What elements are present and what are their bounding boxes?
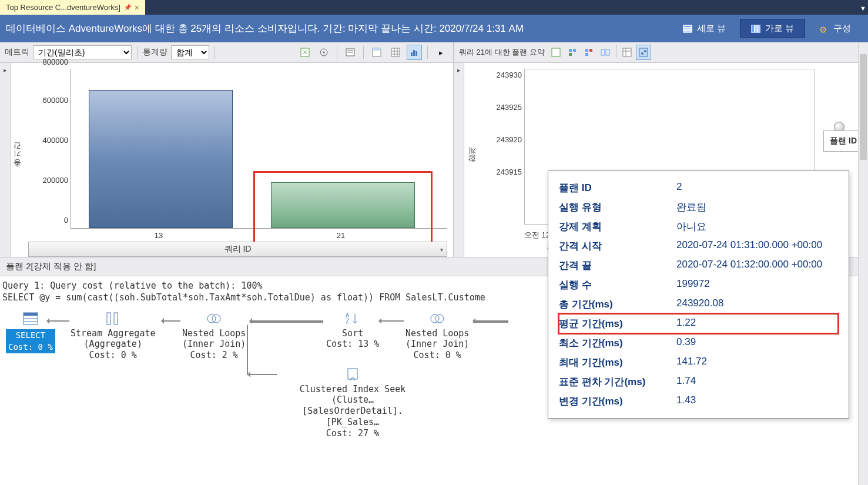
expand-icon[interactable]: ▸ — [433, 45, 448, 60]
svg-rect-40 — [24, 313, 38, 316]
tooltip-key: 최대 기간(ms) — [559, 356, 676, 369]
tooltip-row: 표준 편차 기간(ms)1.74 — [559, 372, 838, 392]
right-title: 쿼리 21에 대한 플랜 요약 — [459, 47, 545, 58]
tooltip-value: 199972 — [676, 278, 710, 292]
arrow-v — [247, 325, 248, 375]
svg-point-46 — [212, 315, 220, 323]
tooltip-row: 강제 계획아니요 — [559, 217, 838, 236]
svg-rect-28 — [585, 49, 588, 52]
arrow — [47, 320, 69, 322]
grid-icon[interactable] — [619, 45, 635, 60]
track-icon[interactable] — [316, 45, 331, 60]
pin-icon[interactable]: 📌 — [124, 4, 131, 11]
chart-view-icon[interactable] — [636, 45, 651, 60]
svg-rect-26 — [573, 49, 576, 52]
force-plan-icon[interactable] — [565, 45, 580, 60]
svg-text:Z: Z — [346, 318, 349, 325]
x-ticks: 13 21 — [71, 231, 447, 240]
stat-select[interactable]: 합계 — [171, 45, 209, 59]
svg-rect-7 — [758, 25, 760, 32]
left-chart: 총 기간 0 200000 400000 600000 800000 13 21 — [11, 63, 453, 257]
svg-rect-30 — [585, 53, 588, 56]
tooltip-key: 간격 끝 — [559, 259, 676, 272]
horizontal-view-icon — [751, 25, 760, 33]
plan-id-legend: 플랜 ID — [823, 131, 863, 152]
x-axis-label: 쿼리 ID — [224, 244, 252, 255]
arrow — [162, 320, 180, 322]
close-icon[interactable]: × — [135, 3, 139, 12]
tooltip-value: 2020-07-24 01:31:00.000 +00:00 — [676, 239, 822, 253]
seek-icon — [343, 366, 362, 383]
collapse-handle-left[interactable]: ▸ — [0, 63, 11, 257]
view-buttons: 세로 뷰 가로 뷰 ⚙ 구성 — [672, 19, 862, 38]
arrow — [379, 320, 404, 322]
detail-icon[interactable] — [369, 45, 384, 60]
plan-node-nested-loops-2[interactable]: Nested Loops (Inner Join) Cost: 0 % — [405, 310, 469, 361]
vertical-view-label: 세로 뷰 — [697, 23, 726, 34]
document-tab[interactable]: Top Resource C...dventureWorks] 📌 × — [0, 0, 145, 15]
tooltip-value: 1.22 — [676, 317, 696, 330]
chart-icon[interactable] — [407, 45, 422, 60]
sql-text-icon[interactable] — [343, 45, 358, 60]
svg-rect-22 — [413, 50, 415, 56]
bar-query-13[interactable] — [89, 90, 233, 228]
svg-rect-5 — [752, 25, 754, 32]
arrow — [250, 320, 323, 323]
arrow — [248, 374, 277, 375]
tooltip-key: 최소 기간(ms) — [559, 336, 676, 350]
svg-rect-33 — [623, 48, 631, 56]
separator — [337, 46, 337, 59]
plan-node-stream-aggregate[interactable]: Stream Aggregate (Aggregate) Cost: 0 % — [71, 310, 156, 361]
tooltip-row: 최대 기간(ms)141.72 — [559, 353, 838, 372]
tooltip-row: 총 기간(ms)243920.08 — [559, 295, 838, 314]
tooltip-value: 1.43 — [676, 394, 696, 408]
tooltip-row: 플랜 ID2 — [559, 178, 838, 198]
tooltip-row: 간격 끝2020-07-24 01:32:00.000 +00:00 — [559, 256, 838, 275]
header-bar: 데이터베이스 AdventureWorks에 대한 총 25개의 리소스 소비자… — [0, 15, 868, 42]
tooltip-key: 평균 기간(ms) — [559, 317, 676, 330]
scrollbar-thumb[interactable] — [860, 54, 867, 160]
nested-loops-icon — [205, 310, 223, 327]
refresh-icon[interactable] — [297, 45, 313, 60]
refresh-icon[interactable] — [548, 45, 564, 60]
tooltip-row: 간격 시작2020-07-24 01:31:00.000 +00:00 — [559, 236, 838, 256]
svg-rect-36 — [639, 48, 648, 56]
svg-rect-29 — [589, 49, 592, 52]
collapse-handle-right[interactable]: ▸ — [454, 63, 464, 257]
tab-dropdown-icon[interactable]: ▼ — [860, 5, 866, 12]
plot-area — [71, 69, 447, 229]
tooltip-value: 2020-07-24 01:32:00.000 +00:00 — [676, 259, 822, 272]
vertical-scrollbar[interactable] — [858, 42, 868, 485]
tab-title: Top Resource C...dventureWorks] — [6, 3, 120, 12]
tooltip-value: 141.72 — [676, 356, 707, 369]
tooltip-row: 실행 수199972 — [559, 275, 838, 295]
horizontal-view-button[interactable]: 가로 뷰 — [740, 19, 805, 38]
unforce-plan-icon[interactable] — [581, 45, 596, 60]
tooltip-key: 간격 시작 — [559, 239, 676, 253]
metric-label: 메트릭 — [5, 47, 29, 58]
plan-node-nested-loops-1[interactable]: Nested Loops (Inner Join) Cost: 2 % — [182, 310, 246, 361]
compare-icon[interactable] — [598, 45, 613, 60]
vertical-view-button[interactable]: 세로 뷰 — [672, 19, 737, 38]
svg-point-10 — [323, 52, 325, 53]
vertical-view-icon — [683, 25, 692, 33]
svg-point-45 — [207, 315, 216, 323]
svg-rect-3 — [684, 31, 691, 32]
svg-rect-43 — [107, 313, 110, 325]
x-axis-scrollbar[interactable]: 쿼리 ID ▾ — [28, 242, 447, 257]
tooltip-row: 실행 유형완료됨 — [559, 198, 838, 217]
plan-node-sort[interactable]: AZ Sort Cost: 13 % — [326, 310, 379, 350]
svg-rect-32 — [606, 49, 609, 55]
svg-point-38 — [644, 50, 646, 52]
plan-node-index-seek[interactable]: Clustered Index Seek (Cluste… [SalesOrde… — [279, 366, 426, 439]
separator — [215, 46, 215, 59]
svg-point-50 — [435, 315, 444, 323]
grid-icon[interactable] — [388, 45, 403, 60]
arrow — [473, 320, 508, 323]
svg-rect-31 — [601, 49, 605, 55]
svg-rect-1 — [684, 26, 691, 27]
plan-node-select[interactable]: SELECT Cost: 0 % — [6, 310, 55, 353]
header-description: 데이터베이스 AdventureWorks에 대한 총 25개의 리소스 소비자… — [6, 22, 524, 35]
horizontal-view-label: 가로 뷰 — [765, 23, 794, 34]
configure-button[interactable]: ⚙ 구성 — [808, 19, 862, 38]
